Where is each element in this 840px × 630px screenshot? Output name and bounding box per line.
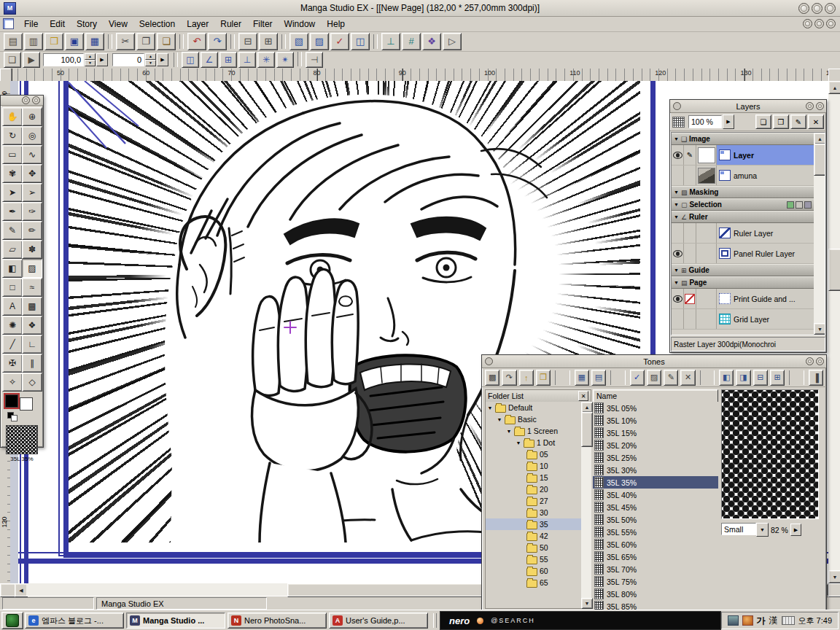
tone-folder-item[interactable]: 50 <box>486 542 581 553</box>
foreground-color-swatch[interactable] <box>5 394 18 408</box>
layers-scroll-thumb[interactable] <box>814 144 825 176</box>
tone-item[interactable]: 35L 70% <box>593 563 718 575</box>
tool-button[interactable]: ∿ <box>22 145 42 164</box>
tones-toolbar-button[interactable] <box>789 370 804 385</box>
palette-close-button[interactable] <box>816 357 824 365</box>
tool-button[interactable]: ❖ <box>22 316 42 335</box>
tones-toolbar-button[interactable]: ↑ <box>519 370 534 386</box>
opacity-dropdown-icon[interactable]: ▶ <box>723 114 734 129</box>
toolbar-button[interactable] <box>179 34 184 49</box>
tray-app-icon[interactable] <box>742 615 753 626</box>
toolbar-button[interactable]: ✓ <box>330 33 349 50</box>
mdi-minimize-button[interactable] <box>803 19 812 28</box>
scroll-down-icon[interactable]: ▼ <box>814 323 825 335</box>
tool-button[interactable]: ◧ <box>2 259 23 278</box>
tone-item[interactable]: 35L 10% <box>593 414 718 427</box>
tone-item[interactable]: 35L 65% <box>593 551 718 563</box>
layers-toolbar-button[interactable]: ❒ <box>773 114 789 129</box>
layer-row[interactable]: ▼ Layer ✎ <box>672 145 814 166</box>
tool-button[interactable]: ➤ <box>2 183 23 202</box>
menu-item[interactable]: Edit <box>44 18 71 31</box>
tone-item[interactable]: 35L 80% <box>593 588 718 600</box>
tool-button[interactable]: ∥ <box>22 354 42 373</box>
tool-button[interactable]: ✑ <box>22 202 42 221</box>
layer-row[interactable]: ▼ Print Guide and ... ✎ <box>672 289 814 309</box>
tone-item[interactable]: 35L 30% <box>593 464 718 476</box>
folder-scrollbar[interactable]: ▲ ▼ <box>581 402 591 609</box>
taskbar-task-button[interactable]: N Nero PhotoSna... <box>228 612 327 629</box>
toolbar-toggle-button[interactable] <box>298 52 302 66</box>
preview-size-value[interactable]: Small <box>721 523 756 535</box>
tones-toolbar-button[interactable] <box>700 370 715 385</box>
tones-toolbar-button[interactable]: ⊟ <box>753 370 768 386</box>
expand-icon[interactable]: ▼ <box>497 417 502 422</box>
scroll-down-icon[interactable]: ▼ <box>581 598 593 609</box>
tool-button[interactable]: ✺ <box>2 316 23 335</box>
tones-toolbar-button[interactable]: ✕ <box>680 370 695 386</box>
toolbar-button[interactable]: ▦ <box>85 33 104 50</box>
toolbar-button[interactable]: ⊞ <box>259 33 278 50</box>
toolbar-button[interactable] <box>281 34 286 49</box>
toolbar-toggle-button[interactable]: ✴ <box>276 52 294 68</box>
visibility-toggle[interactable] <box>672 166 684 185</box>
menu-item[interactable]: File <box>18 18 44 31</box>
collapse-triangle-icon[interactable]: ▼ <box>674 190 679 195</box>
toolbar-button[interactable]: ❐ <box>136 33 155 50</box>
minimize-button[interactable] <box>798 3 809 14</box>
tool-button[interactable]: ✒ <box>2 202 23 221</box>
tool-button[interactable]: ▨ <box>22 259 42 278</box>
vertical-scrollbar[interactable]: ▲ ▼ <box>828 81 840 583</box>
toolbar-button[interactable]: ▷ <box>443 33 462 50</box>
tool-button[interactable]: ⊕ <box>22 107 42 126</box>
tool-button[interactable]: ╱ <box>2 335 23 354</box>
tone-folder-item[interactable]: 65 <box>486 577 581 588</box>
toolbar-button[interactable] <box>108 34 112 49</box>
folder-tree-item[interactable]: ▼ Basic <box>486 413 581 425</box>
toolbar-button[interactable]: ↶ <box>187 33 206 50</box>
tones-toolbar-button[interactable]: ✓ <box>630 370 645 386</box>
toolbar-button[interactable]: ❏ <box>157 33 176 50</box>
rotate-value[interactable]: 0 <box>112 53 144 66</box>
visibility-toggle[interactable] <box>672 309 684 329</box>
layers-scrollbar[interactable]: ▲ ▼ <box>814 133 825 335</box>
mdi-close-button[interactable] <box>826 19 836 28</box>
tool-button[interactable]: ▩ <box>22 297 42 316</box>
tone-folder-item[interactable]: 55 <box>486 553 581 565</box>
scroll-down-icon[interactable]: ▼ <box>828 570 840 583</box>
toolbar-button[interactable] <box>373 34 378 49</box>
tool-button[interactable]: ◎ <box>22 126 42 145</box>
menu-item[interactable]: View <box>103 18 133 31</box>
toolbar-button[interactable]: ▧ <box>289 33 308 50</box>
tone-item[interactable]: 35L 15% <box>593 427 718 439</box>
scroll-up-icon[interactable]: ▲ <box>828 81 840 94</box>
ime-hanja-indicator[interactable]: 漢 <box>769 615 778 627</box>
tool-button[interactable]: A <box>2 297 23 316</box>
rotate-dropdown-icon[interactable]: ▶ <box>157 53 168 66</box>
layers-title-bar[interactable]: Layers <box>670 100 826 113</box>
rotate-spinner[interactable]: ▲▼ <box>145 53 156 66</box>
collapse-triangle-icon[interactable]: ▼ <box>674 136 679 141</box>
layer-row[interactable]: ▼ amuna ✎ <box>672 166 814 186</box>
tone-item[interactable]: 35L 85% <box>593 600 718 610</box>
visibility-toggle[interactable] <box>672 223 684 243</box>
tool-button[interactable]: ✾ <box>2 164 23 183</box>
restore-button[interactable] <box>812 3 822 14</box>
tool-button[interactable]: ↻ <box>2 126 23 145</box>
tone-folder-item[interactable]: 10 <box>486 460 581 472</box>
zoom-value[interactable]: 100,0 <box>43 53 84 66</box>
toolbar-toggle-button[interactable]: ⊥ <box>238 52 256 68</box>
toolbar-button[interactable]: ⊥ <box>381 33 400 50</box>
tool-button[interactable]: ▱ <box>2 240 23 259</box>
tool-button[interactable]: ✧ <box>2 373 23 392</box>
tool-button[interactable]: □ <box>2 278 23 297</box>
visibility-toggle[interactable] <box>672 145 684 165</box>
toolbar-button[interactable]: ▤ <box>4 33 23 50</box>
tool-button[interactable]: ✎ <box>2 221 23 240</box>
layer-opacity-value[interactable]: 100 % <box>688 115 722 128</box>
toolbar-toggle-button[interactable]: ⊞ <box>219 52 237 68</box>
taskbar-task-button[interactable]: A User's Guide,p... <box>329 612 428 629</box>
visibility-toggle[interactable] <box>672 244 684 263</box>
toolbar-button[interactable]: ❑ <box>4 52 21 68</box>
collapse-triangle-icon[interactable]: ▼ <box>674 268 679 273</box>
palette-collapse-button[interactable] <box>22 96 30 104</box>
